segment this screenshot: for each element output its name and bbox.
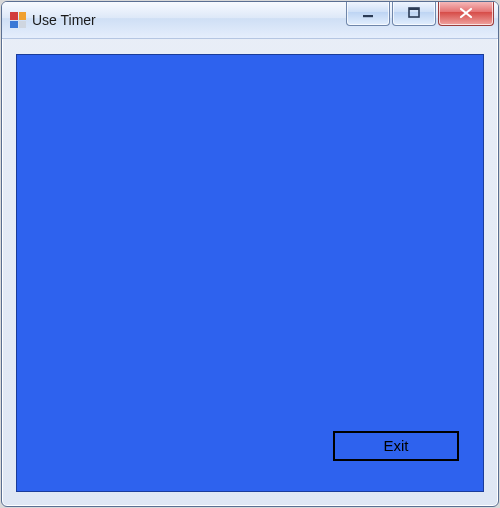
close-icon xyxy=(458,6,474,20)
minimize-icon xyxy=(361,6,375,20)
maximize-icon xyxy=(407,6,421,20)
window-buttons xyxy=(346,2,494,38)
maximize-button[interactable] xyxy=(392,1,436,26)
svg-rect-2 xyxy=(409,8,419,10)
minimize-button[interactable] xyxy=(346,1,390,26)
app-window: Use Timer Exit xyxy=(1,1,499,507)
svg-rect-0 xyxy=(363,15,373,17)
titlebar[interactable]: Use Timer xyxy=(2,2,498,39)
window-title: Use Timer xyxy=(32,12,96,28)
app-icon xyxy=(10,12,26,28)
close-button[interactable] xyxy=(438,1,494,26)
form-client-area: Exit xyxy=(16,54,484,492)
exit-button[interactable]: Exit xyxy=(333,431,459,461)
